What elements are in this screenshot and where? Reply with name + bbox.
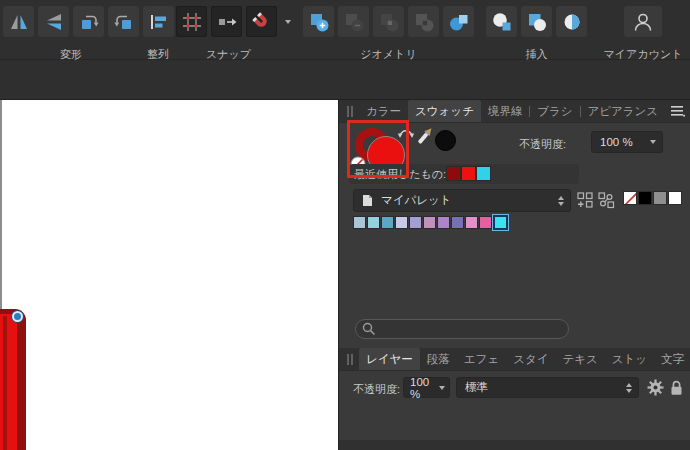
quick-swatch-gray[interactable] — [653, 191, 667, 205]
panel-drag-handle-icon[interactable] — [339, 348, 359, 370]
magnet-icon — [251, 11, 273, 33]
palette-swatch[interactable] — [479, 216, 492, 229]
lock-icon[interactable] — [670, 379, 683, 396]
swatch-opacity-label: 不透明度: — [519, 137, 566, 152]
tab-stroke[interactable]: 境界線 — [481, 100, 530, 122]
palette-swatch[interactable] — [423, 216, 436, 229]
insert-inside-icon — [561, 11, 583, 33]
rotate-cw-button[interactable] — [108, 6, 139, 37]
panel-drag-handle-icon[interactable] — [339, 100, 359, 122]
flip-horizontal-icon — [8, 11, 30, 33]
geometry-xor-button[interactable] — [408, 6, 439, 37]
layers-panel-footer — [339, 440, 690, 450]
insert-behind-button[interactable] — [486, 6, 517, 37]
geometry-subtract-button[interactable] — [338, 6, 369, 37]
swatch-opacity-select[interactable]: 100 % — [591, 131, 663, 153]
layer-opacity-select[interactable]: 100 % — [403, 377, 450, 398]
account-group: マイアカウント — [598, 6, 688, 37]
snap-magnet-button[interactable] — [246, 6, 277, 37]
snap-move-button[interactable] — [211, 6, 242, 37]
tab-color[interactable]: カラー — [359, 100, 408, 122]
insert-inside-button[interactable] — [556, 6, 587, 37]
insert-group: 挿入 — [486, 6, 587, 37]
geometry-subtract-icon — [343, 11, 365, 33]
canvas[interactable] — [0, 100, 338, 450]
gear-icon[interactable] — [647, 379, 664, 396]
blend-mode-stepper — [626, 383, 638, 393]
geometry-divide-icon — [448, 11, 470, 33]
chevron-down-icon — [285, 20, 291, 24]
selection-handle[interactable] — [12, 311, 23, 322]
main-toolbar: 変形 整列 スナップ — [0, 0, 690, 60]
add-swatch-icon[interactable] — [577, 192, 594, 209]
link-swatch-icon[interactable] — [598, 192, 615, 209]
tab-styles[interactable]: スタイ — [506, 348, 555, 370]
recent-swatch[interactable] — [446, 166, 461, 181]
tab-text[interactable]: テキス — [555, 348, 604, 370]
my-account-button[interactable] — [624, 6, 662, 37]
eyedropper-icon[interactable] — [414, 124, 436, 148]
geometry-add-button[interactable] — [303, 6, 334, 37]
quick-swatch-none[interactable] — [623, 191, 637, 205]
chevron-down-icon — [439, 386, 445, 390]
tab-appearance[interactable]: アピアランス — [580, 100, 665, 122]
panel-menu-button[interactable] — [665, 100, 690, 122]
palette-swatch[interactable] — [367, 216, 380, 229]
tab-character[interactable]: 文字 — [654, 348, 690, 370]
align-button[interactable] — [143, 6, 174, 37]
insert-top-button[interactable] — [521, 6, 552, 37]
tab-brush[interactable]: ブラシ — [530, 100, 579, 122]
swatch-search-input[interactable] — [355, 319, 569, 339]
rotate-ccw-button[interactable] — [73, 6, 104, 37]
flip-vertical-icon — [43, 11, 65, 33]
palette-swatch[interactable] — [395, 216, 408, 229]
layer-opacity-label: 不透明度: — [353, 382, 400, 397]
recent-swatch[interactable] — [476, 166, 491, 181]
align-icon — [147, 11, 169, 33]
palette-swatch[interactable] — [353, 216, 366, 229]
insert-behind-icon — [491, 11, 513, 33]
recent-colors-label: 最近使用したもの: — [354, 167, 446, 182]
geometry-xor-icon — [413, 11, 435, 33]
tab-layers[interactable]: レイヤー — [359, 348, 420, 370]
swatch-opacity-value: 100 % — [600, 136, 633, 148]
blend-mode-select[interactable]: 標準 — [456, 377, 639, 398]
quick-swatch-white[interactable] — [668, 191, 682, 205]
palette-swatch-selected[interactable] — [493, 215, 508, 230]
geometry-divide-button[interactable] — [443, 6, 474, 37]
align-group: 整列 — [140, 6, 176, 37]
flip-vertical-button[interactable] — [38, 6, 69, 37]
snap-dropdown-arrow[interactable] — [281, 6, 295, 37]
palette-swatch[interactable] — [381, 216, 394, 229]
palette-select[interactable]: マイパレット — [353, 189, 571, 212]
swap-fill-stroke-icon[interactable] — [397, 125, 415, 139]
recent-swatch[interactable] — [461, 166, 476, 181]
tab-stock[interactable]: ストッ — [605, 348, 654, 370]
tab-paragraph[interactable]: 段落 — [420, 348, 457, 370]
snap-grid-button[interactable] — [176, 6, 207, 37]
snap-group: スナップ — [176, 6, 295, 37]
flip-horizontal-button[interactable] — [3, 6, 34, 37]
rotate-cw-icon — [113, 11, 135, 33]
blend-mode-value: 標準 — [465, 380, 488, 395]
palette-stepper — [558, 196, 570, 206]
palette-swatch[interactable] — [451, 216, 464, 229]
palette-swatch[interactable] — [465, 216, 478, 229]
transform-group: 変形 — [3, 6, 139, 37]
palette-doc-icon — [362, 194, 373, 207]
quick-swatch-black[interactable] — [638, 191, 652, 205]
palette-swatch[interactable] — [409, 216, 422, 229]
tab-swatches[interactable]: スウォッチ — [408, 100, 481, 122]
palette-swatch[interactable] — [437, 216, 450, 229]
layer-opacity-value: 100 % — [410, 376, 439, 400]
search-icon — [362, 322, 376, 336]
swatches-tabbar: カラー スウォッチ 境界線 ブラシ アピアランス — [339, 100, 690, 123]
right-panel: カラー スウォッチ 境界線 ブラシ アピアランス 不透明度: 100 % 最近使… — [338, 100, 690, 450]
geometry-intersect-button[interactable] — [373, 6, 404, 37]
tab-effects[interactable]: エフェ — [457, 348, 506, 370]
rotate-ccw-icon — [78, 11, 100, 33]
app-window: 変形 整列 スナップ — [0, 0, 690, 450]
person-icon — [632, 11, 654, 33]
geometry-intersect-icon — [378, 11, 400, 33]
eyedropper-color-well[interactable] — [435, 130, 456, 151]
